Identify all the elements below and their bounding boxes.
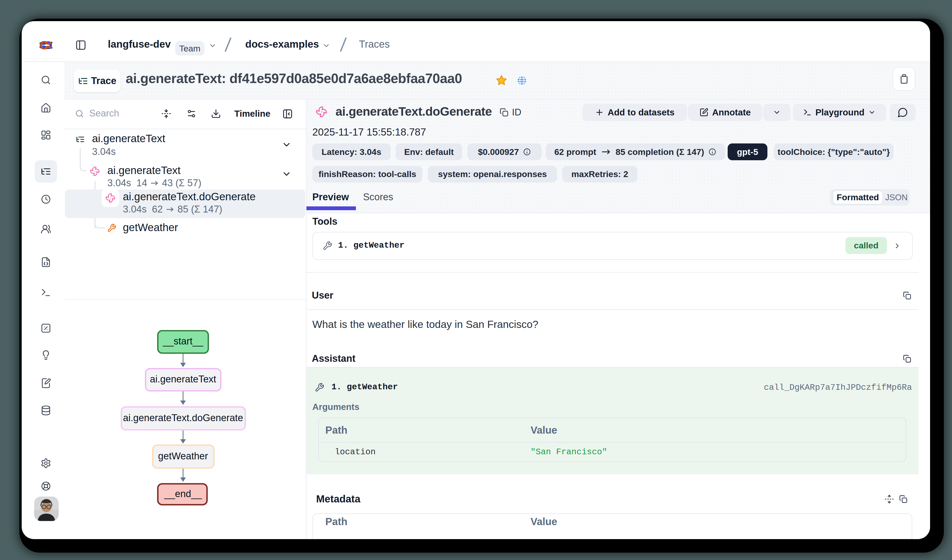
svg-text:getWeather: getWeather — [158, 451, 208, 461]
svg-text:__end__: __end__ — [164, 488, 202, 499]
svg-text:ai.generateText: ai.generateText — [150, 374, 216, 384]
svg-text:__start__: __start__ — [163, 336, 204, 347]
svg-text:ai.generateText.doGenerate: ai.generateText.doGenerate — [123, 412, 243, 423]
